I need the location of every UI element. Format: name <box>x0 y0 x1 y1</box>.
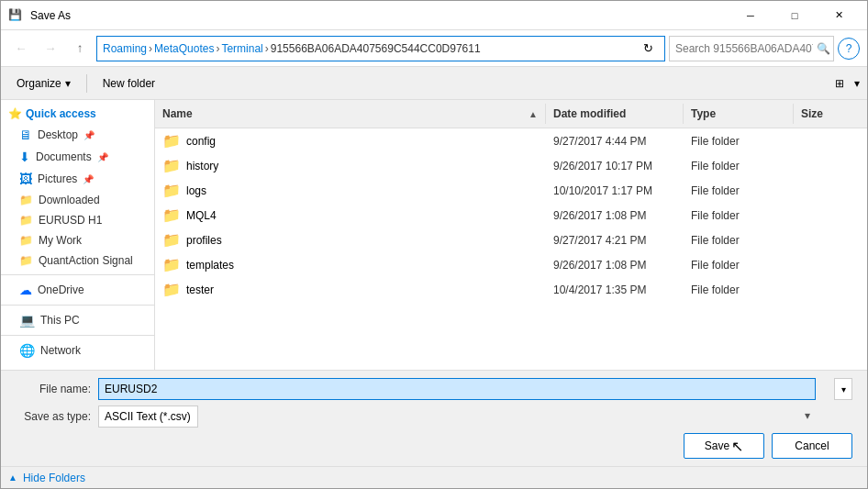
folder-row-icon: 📁 <box>162 231 181 249</box>
table-row[interactable]: 📁 profiles 9/27/2017 4:21 PM File folder <box>155 228 867 252</box>
sidebar-item-thispc[interactable]: 💻 This PC <box>1 309 154 331</box>
savetype-wrapper: ASCII Text (*.csv) <box>98 406 816 428</box>
name-column-label: Name <box>162 107 193 120</box>
search-input[interactable] <box>675 42 813 55</box>
sidebar-desktop-label: Desktop <box>38 128 78 141</box>
table-row[interactable]: 📁 logs 10/10/2017 1:17 PM File folder <box>155 178 867 203</box>
table-row[interactable]: 📁 history 9/26/2017 10:17 PM File folder <box>155 153 867 178</box>
col-date-header[interactable]: Date modified <box>546 104 684 124</box>
sidebar-item-documents[interactable]: ⬇ Documents 📌 <box>1 146 154 168</box>
new-folder-label: New folder <box>103 77 155 90</box>
file-name: profiles <box>186 234 222 247</box>
sidebar-item-network[interactable]: 🌐 Network <box>1 339 154 361</box>
file-size <box>794 164 867 168</box>
organize-button[interactable]: Organize ▾ <box>8 71 79 96</box>
file-date: 9/27/2017 4:21 PM <box>546 232 684 249</box>
date-column-label: Date modified <box>553 107 626 120</box>
file-name: MQL4 <box>186 209 217 222</box>
file-name: tester <box>186 283 214 296</box>
filename-input[interactable] <box>98 378 816 400</box>
sidebar-item-eurusd[interactable]: 📁 EURUSD H1 <box>1 210 154 230</box>
pin-icon: 📌 <box>83 130 95 140</box>
sidebar-item-quantaction[interactable]: 📁 QuantAction Signal <box>1 250 154 271</box>
file-name: history <box>186 160 218 172</box>
pin-icon-pics: 📌 <box>83 174 94 184</box>
col-name-header[interactable]: Name ▲ <box>155 104 546 124</box>
nav-bar: ← → ↑ Roaming › MetaQuotes › Terminal › … <box>1 30 867 67</box>
savetype-select[interactable]: ASCII Text (*.csv) <box>98 406 198 428</box>
save-btn-wrapper: Save ↖ <box>684 433 764 459</box>
sidebar-quantaction-label: QuantAction Signal <box>39 254 133 267</box>
title-controls: ─ □ ✕ <box>729 1 860 30</box>
organize-label: Organize <box>17 77 61 90</box>
filename-row: File name: ▾ <box>16 378 852 400</box>
button-row: Save ↖ Cancel <box>16 433 852 459</box>
folder-row-icon: 📁 <box>162 182 181 199</box>
breadcrumb-item[interactable]: Terminal <box>221 42 262 55</box>
hide-folders-label: Hide Folders <box>23 472 85 484</box>
sidebar-item-onedrive[interactable]: ☁ OneDrive <box>1 279 154 301</box>
file-list: Name ▲ Date modified Type Size 📁 config <box>155 100 867 370</box>
help-button[interactable]: ? <box>838 38 860 60</box>
sidebar-item-mywork[interactable]: 📁 My Work <box>1 230 154 250</box>
title-bar: 💾 Save As ─ □ ✕ <box>1 1 867 30</box>
folder-downloaded-icon: 📁 <box>19 194 33 206</box>
forward-button[interactable]: → <box>38 36 63 61</box>
documents-icon: ⬇ <box>19 150 30 164</box>
table-row[interactable]: 📁 tester 10/4/2017 1:35 PM File folder <box>155 277 867 302</box>
dialog-title: Save As <box>30 9 71 22</box>
sidebar-item-pictures[interactable]: 🖼 Pictures 📌 <box>1 168 154 190</box>
table-row[interactable]: 📁 templates 9/26/2017 1:08 PM File folde… <box>155 252 867 277</box>
breadcrumb-item[interactable]: Roaming <box>103 42 147 55</box>
file-type: File folder <box>684 207 794 224</box>
sidebar-network-label: Network <box>40 344 81 357</box>
save-as-dialog: 💾 Save As ─ □ ✕ ← → ↑ Roaming › MetaQuot… <box>0 0 868 489</box>
hide-folders-toggle[interactable]: ▲ Hide Folders <box>8 472 85 484</box>
status-bar: ▲ Hide Folders <box>1 466 867 488</box>
pictures-icon: 🖼 <box>19 172 32 186</box>
toolbar-separator <box>86 74 87 93</box>
sidebar-onedrive-label: OneDrive <box>38 283 84 296</box>
sidebar-pictures-label: Pictures <box>38 172 77 185</box>
view-mode-button[interactable]: ⊞ <box>829 72 851 94</box>
back-button[interactable]: ← <box>8 36 34 61</box>
save-button[interactable]: Save ↖ <box>684 433 764 459</box>
cursor-icon: ↖ <box>731 438 743 455</box>
table-row[interactable]: 📁 config 9/27/2017 4:44 PM File folder <box>155 128 867 153</box>
sidebar-mywork-label: My Work <box>39 234 82 247</box>
refresh-button[interactable]: ↻ <box>637 38 659 60</box>
quick-access-label: Quick access <box>26 107 96 120</box>
col-size-header[interactable]: Size <box>794 104 867 124</box>
close-button[interactable]: ✕ <box>818 1 860 30</box>
new-folder-button[interactable]: New folder <box>95 71 163 96</box>
sidebar-quick-access[interactable]: ⭐ Quick access <box>1 104 154 124</box>
table-row[interactable]: 📁 MQL4 9/26/2017 1:08 PM File folder <box>155 203 867 228</box>
col-type-header[interactable]: Type <box>684 104 794 124</box>
file-date: 9/26/2017 1:08 PM <box>546 257 684 273</box>
breadcrumb-item[interactable]: MetaQuotes <box>154 42 214 55</box>
file-size <box>794 214 867 217</box>
thispc-icon: 💻 <box>19 313 35 328</box>
sidebar-divider-1 <box>1 274 154 275</box>
file-date: 9/26/2017 10:17 PM <box>546 158 684 174</box>
view-dropdown-icon: ▾ <box>854 77 860 90</box>
filename-dropdown-button[interactable]: ▾ <box>834 378 852 400</box>
cancel-button[interactable]: Cancel <box>772 433 852 459</box>
maximize-button[interactable]: □ <box>773 1 816 30</box>
up-button[interactable]: ↑ <box>67 36 93 61</box>
file-size <box>794 263 867 267</box>
breadcrumb-current: 915566BA06ADA407569C544CC0D97611 <box>271 42 481 55</box>
folder-row-icon: 📁 <box>162 157 181 174</box>
file-name: logs <box>186 184 206 197</box>
minimize-button[interactable]: ─ <box>729 1 772 30</box>
sidebar-item-desktop[interactable]: 🖥 Desktop 📌 <box>1 124 154 146</box>
file-date: 10/4/2017 1:35 PM <box>546 282 684 298</box>
folder-row-icon: 📁 <box>162 281 181 298</box>
file-type: File folder <box>684 232 794 249</box>
file-size <box>794 189 867 193</box>
sort-arrow: ▲ <box>529 109 538 119</box>
sidebar-item-downloaded[interactable]: 📁 Downloaded <box>1 190 154 210</box>
file-size <box>794 288 867 292</box>
sidebar-divider-3 <box>1 335 154 336</box>
savetype-row: Save as type: ASCII Text (*.csv) <box>16 406 852 428</box>
